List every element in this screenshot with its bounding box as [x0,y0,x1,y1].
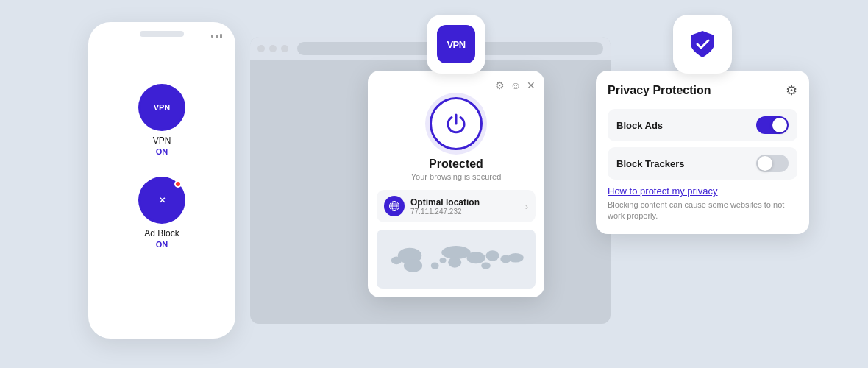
block-trackers-toggle[interactable] [756,155,789,172]
smiley-icon[interactable]: ☺ [511,79,521,91]
signal-bar-2 [216,35,218,38]
adblock-app-icon[interactable]: ✕ [138,177,185,224]
block-trackers-row: Block Trackers [608,147,797,180]
power-button-container [377,97,536,150]
location-name: Optimal location [410,197,519,208]
settings-icon[interactable]: ⚙ [495,79,505,91]
vpn-app-icon[interactable]: VPN [138,84,185,131]
privacy-gear-icon[interactable]: ⚙ [786,82,797,99]
power-icon [444,112,468,135]
phone-mockup: VPN VPN ON ✕ Ad Block ON [88,22,235,339]
adblock-app-group: ✕ Ad Block ON [138,177,185,249]
power-button[interactable] [430,97,483,150]
globe-icon [388,200,400,212]
privacy-popup-wrapper: Privacy Protection ⚙ Block Ads Block Tra… [596,15,809,234]
vpn-app-badge: VPN [427,15,485,74]
browser-dot-1 [257,45,265,52]
shield-icon [686,28,719,60]
adblock-icon-text: ✕ [159,196,166,205]
svg-point-7 [441,246,471,259]
vpn-toolbar: ⚙ ☺ ✕ [377,79,536,91]
vpn-popup-wrapper: VPN ⚙ ☺ ✕ Protected Your browsing is sec… [368,15,544,297]
svg-point-13 [440,258,447,263]
globe-icon-container [384,196,405,216]
svg-point-16 [391,256,402,264]
world-map [377,230,536,289]
vpn-badge-icon: VPN [437,25,475,63]
world-map-svg [377,233,536,286]
location-row[interactable]: Optimal location 77.111.247.232 › [377,190,536,222]
block-ads-row: Block Ads [608,109,797,141]
vpn-app-group: VPN VPN ON [138,84,185,156]
block-ads-toggle[interactable] [756,116,789,134]
chevron-right-icon: › [525,201,528,212]
block-trackers-label: Block Trackers [616,158,685,169]
toggle-knob-ads [772,118,787,132]
browser-dot-2 [269,45,277,52]
privacy-header: Privacy Protection ⚙ [608,82,797,99]
close-icon[interactable]: ✕ [527,79,536,91]
shield-badge [673,15,732,74]
location-info: Optimal location 77.111.247.232 [410,197,519,216]
privacy-help-link[interactable]: How to protect my privacy [608,185,797,197]
svg-point-12 [431,263,439,269]
signal-bar-3 [220,34,222,38]
notification-badge [174,180,182,188]
vpn-icon-text: VPN [154,103,171,112]
phone-notch [140,31,184,37]
vpn-popup: ⚙ ☺ ✕ Protected Your browsing is secured [368,71,544,297]
privacy-popup: Privacy Protection ⚙ Block Ads Block Tra… [596,71,809,234]
vpn-status-title: Protected [377,158,536,171]
svg-point-9 [466,252,485,263]
phone-status-bar [211,34,222,38]
toggle-knob-trackers [758,156,772,171]
adblock-app-label: Ad Block [144,228,179,238]
svg-point-8 [448,257,461,267]
location-ip: 77.111.247.232 [410,208,519,216]
svg-point-14 [481,263,491,269]
adblock-app-status: ON [156,240,168,249]
browser-dot-3 [281,45,288,52]
privacy-title: Privacy Protection [608,84,711,97]
block-ads-label: Block Ads [616,120,663,131]
svg-point-10 [486,250,499,261]
svg-point-6 [404,259,422,272]
signal-bar-1 [211,35,213,38]
vpn-app-status: ON [156,147,168,156]
vpn-status-subtitle: Your browsing is secured [377,172,536,181]
privacy-note: Blocking content can cause some websites… [608,199,797,222]
vpn-app-label: VPN [153,135,171,146]
svg-point-15 [508,253,524,263]
